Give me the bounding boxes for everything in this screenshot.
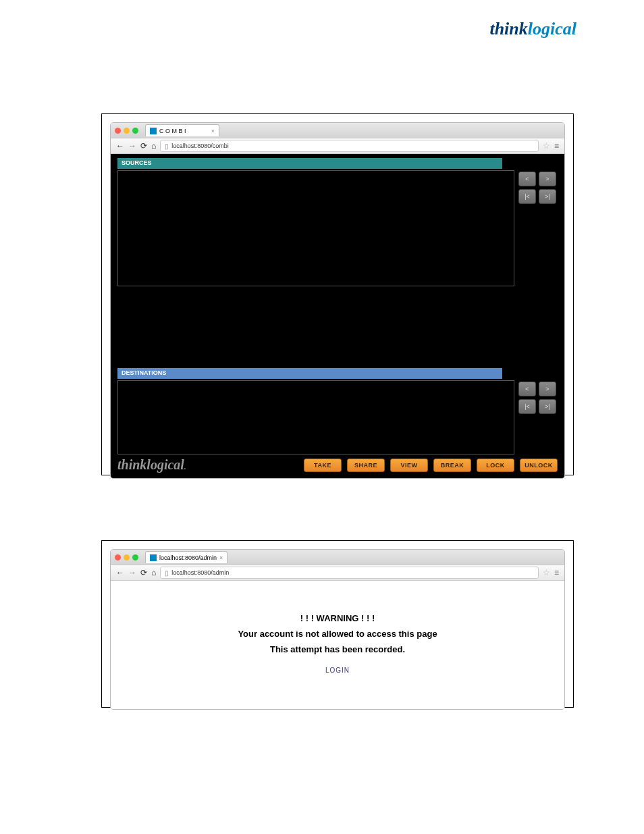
back-icon[interactable]: ← [116,569,124,577]
lock-button[interactable]: LOCK [477,459,514,472]
url-text-admin: localhost:8080/admin [171,569,229,576]
destinations-row: < > |< >| [117,380,558,454]
zoom-icon[interactable] [132,128,138,134]
page-icon: ▯ [165,569,169,577]
favicon-icon [150,128,157,134]
page-icon: ▯ [165,142,169,150]
logo-think: think [489,19,527,38]
browser-tab-admin[interactable]: localhost:8080/admin × [145,551,227,563]
break-button[interactable]: BREAK [433,459,471,472]
figure-warning-page: localhost:8080/admin × ← → ⟳ ⌂ ▯ localho… [101,540,574,708]
browser-window: C O M B I × ← → ⟳ ⌂ ▯ localhost:8080/com… [110,122,565,479]
address-bar-admin[interactable]: ▯ localhost:8080/admin [160,567,539,579]
app-footer: thinklogical. TAKE SHARE VIEW BREAK LOCK… [111,454,564,478]
tab-close-icon[interactable]: × [211,128,215,134]
destinations-panel[interactable] [117,380,514,454]
back-icon[interactable]: ← [116,142,124,150]
tab-strip-admin: localhost:8080/admin × [111,550,564,565]
window-controls[interactable] [115,128,138,134]
tab-title: C O M B I [159,128,186,134]
take-button[interactable]: TAKE [304,459,342,472]
minimize-icon[interactable] [124,128,130,134]
login-link[interactable]: LOGIN [325,667,350,674]
view-button[interactable]: VIEW [390,459,428,472]
reload-icon[interactable]: ⟳ [140,569,147,577]
warning-line-2: This attempt has been recorded. [270,644,405,654]
sources-prev-button[interactable]: < [518,172,536,186]
footer-logo: thinklogical. [117,457,186,473]
menu-icon[interactable]: ≡ [554,141,559,151]
sources-row: < > |< >| [117,170,558,286]
window-controls-admin[interactable] [115,554,138,561]
sources-nav-pad: < > |< >| [518,170,558,286]
url-text: localhost:8080/combi [171,142,229,149]
minimize-icon[interactable] [124,554,130,561]
zoom-icon[interactable] [132,554,138,561]
home-icon[interactable]: ⌂ [151,142,156,150]
dest-last-button[interactable]: >| [539,399,556,414]
sources-last-button[interactable]: >| [539,189,556,204]
bookmark-icon[interactable]: ☆ [543,141,550,151]
forward-icon[interactable]: → [128,142,136,150]
sources-panel[interactable] [117,170,514,286]
bookmark-icon[interactable]: ☆ [543,568,550,577]
tab-close-icon[interactable]: × [219,554,223,561]
browser-toolbar-admin: ← → ⟳ ⌂ ▯ localhost:8080/admin ☆ ≡ [111,565,564,581]
app-gap [111,286,564,364]
sources-header: SOURCES [117,158,502,169]
favicon-icon [150,554,157,561]
menu-icon[interactable]: ≡ [554,568,559,577]
footer-logo-text: thinklogical [117,457,184,472]
unlock-button[interactable]: UNLOCK [520,459,558,472]
address-bar[interactable]: ▯ localhost:8080/combi [160,140,539,152]
dest-prev-button[interactable]: < [518,382,536,396]
destinations-nav-pad: < > |< >| [518,380,558,454]
combi-app: SOURCES < > |< >| DESTINATIONS < > |< > [111,154,564,478]
dest-first-button[interactable]: |< [518,399,536,414]
sources-first-button[interactable]: |< [518,189,536,204]
browser-tab[interactable]: C O M B I × [145,124,219,136]
logo-logical: logical [528,19,576,38]
home-icon[interactable]: ⌂ [151,569,156,577]
warning-page-content: ! ! ! WARNING ! ! ! Your account is not … [111,581,564,709]
figure-combi-app: C O M B I × ← → ⟳ ⌂ ▯ localhost:8080/com… [101,113,574,475]
reload-icon[interactable]: ⟳ [140,142,147,150]
dest-next-button[interactable]: > [539,382,556,396]
close-icon[interactable] [115,128,121,134]
page-header-logo: thinklogical [489,19,576,39]
close-icon[interactable] [115,554,121,561]
tab-title-admin: localhost:8080/admin [159,554,217,561]
forward-icon[interactable]: → [128,569,136,577]
browser-toolbar: ← → ⟳ ⌂ ▯ localhost:8080/combi ☆ ≡ [111,138,564,154]
warning-line-1: Your account is not allowed to access th… [238,629,437,639]
browser-window-admin: localhost:8080/admin × ← → ⟳ ⌂ ▯ localho… [110,549,565,710]
destinations-header: DESTINATIONS [117,368,502,379]
tab-strip: C O M B I × [111,123,564,138]
warning-title: ! ! ! WARNING ! ! ! [300,613,375,623]
share-button[interactable]: SHARE [347,459,385,472]
sources-next-button[interactable]: > [539,172,556,186]
